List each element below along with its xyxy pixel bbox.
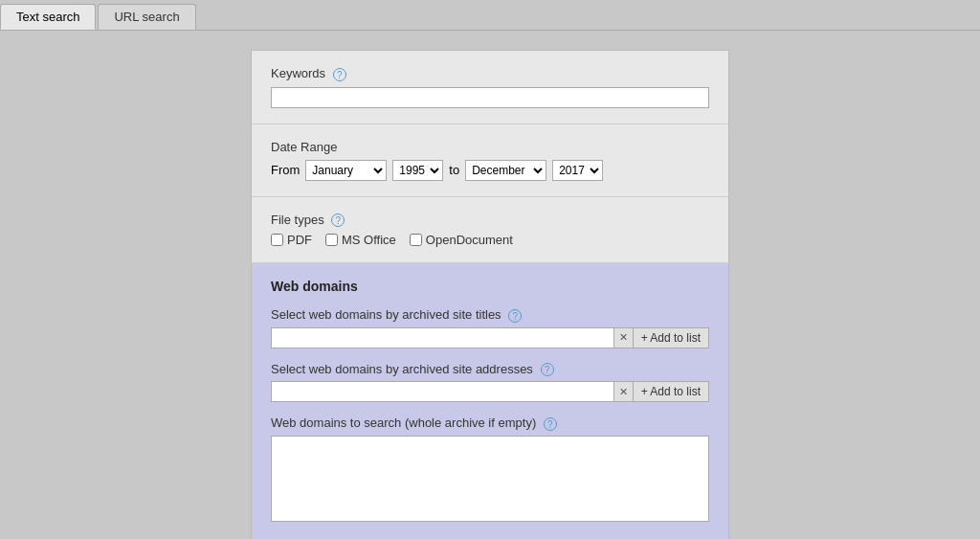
domain-titles-clear-btn[interactable]: ✕ (614, 327, 634, 348)
domain-to-search-row: Web domains to search (whole archive if … (271, 415, 709, 525)
month-to-select[interactable]: JanuaryFebruaryMarch AprilMayJune JulyAu… (465, 160, 546, 181)
domain-addresses-input[interactable] (271, 381, 614, 402)
domain-to-search-label: Web domains to search (whole archive if … (271, 415, 709, 431)
keywords-help-icon[interactable]: ? (333, 68, 346, 81)
domain-to-search-textarea[interactable] (271, 436, 709, 522)
tab-url-search[interactable]: URL search (98, 4, 195, 30)
to-label: to (449, 163, 459, 177)
domain-by-titles-input-row: ✕ + Add to list (271, 327, 709, 348)
domain-by-addresses-row: Select web domains by archived site addr… (271, 362, 709, 403)
domain-titles-add-btn[interactable]: + Add to list (634, 327, 709, 348)
file-type-msoffice[interactable]: MS Office (325, 233, 396, 247)
domain-addresses-clear-btn[interactable]: ✕ (614, 381, 634, 402)
date-range-row: From JanuaryFebruaryMarch AprilMayJune J… (271, 160, 709, 181)
from-label: From (271, 163, 300, 177)
tab-text-search[interactable]: Text search (0, 4, 96, 30)
keywords-label: Keywords ? (271, 66, 709, 81)
opendocument-checkbox[interactable] (410, 234, 422, 246)
web-domains-title: Web domains (271, 279, 709, 294)
web-domains-section: Web domains Select web domains by archiv… (252, 263, 728, 539)
month-from-select[interactable]: JanuaryFebruaryMarch AprilMayJune JulyAu… (305, 160, 387, 181)
file-types-section: File types ? PDF MS Office OpenDocument (252, 197, 728, 264)
file-types-label: File types ? (271, 213, 709, 228)
file-type-opendocument[interactable]: OpenDocument (410, 233, 513, 247)
date-range-section: Date Range From JanuaryFebruaryMarch Apr… (252, 124, 728, 197)
year-from-select[interactable]: 1995199619971998 1999200020012002 200320… (392, 160, 443, 181)
keywords-input[interactable] (271, 87, 709, 108)
domain-titles-input[interactable] (271, 327, 614, 348)
pdf-checkbox[interactable] (271, 234, 283, 246)
file-types-help-icon[interactable]: ? (331, 213, 345, 227)
main-content: Keywords ? Date Range From JanuaryFebrua… (0, 31, 980, 539)
file-type-pdf[interactable]: PDF (271, 233, 312, 247)
domain-by-addresses-input-row: ✕ + Add to list (271, 381, 709, 402)
year-to-select[interactable]: 1995199619971998 1999200020012002 200320… (552, 160, 603, 181)
msoffice-checkbox[interactable] (325, 234, 338, 246)
tab-bar: Text search URL search (0, 0, 980, 31)
by-titles-help-icon[interactable]: ? (508, 309, 522, 323)
date-range-label: Date Range (271, 140, 709, 154)
domain-addresses-add-btn[interactable]: + Add to list (634, 381, 709, 402)
keywords-section: Keywords ? (252, 51, 728, 124)
domain-by-addresses-label: Select web domains by archived site addr… (271, 362, 709, 377)
domain-by-titles-row: Select web domains by archived site titl… (271, 307, 709, 348)
form-container: Keywords ? Date Range From JanuaryFebrua… (251, 50, 729, 539)
domain-by-titles-label: Select web domains by archived site titl… (271, 307, 709, 323)
file-types-row: PDF MS Office OpenDocument (271, 233, 709, 247)
to-search-help-icon[interactable]: ? (544, 417, 557, 431)
by-addresses-help-icon[interactable]: ? (541, 363, 554, 376)
